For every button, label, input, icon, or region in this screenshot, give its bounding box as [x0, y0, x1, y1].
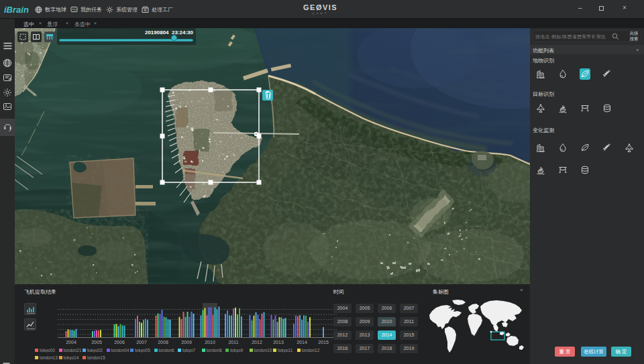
svg-text:2012: 2012 [252, 340, 262, 345]
svg-text:2013: 2013 [273, 340, 284, 345]
svg-text:2008: 2008 [158, 340, 168, 345]
svg-text:2011: 2011 [228, 340, 238, 345]
svg-text:2010: 2010 [205, 340, 215, 345]
svg-text:2007: 2007 [136, 340, 147, 345]
svg-text:2005: 2005 [91, 340, 102, 345]
svg-text:2004: 2004 [66, 340, 76, 345]
svg-text:2014: 2014 [297, 340, 307, 345]
svg-text:2006: 2006 [114, 340, 125, 345]
svg-text:2009: 2009 [181, 340, 192, 345]
svg-text:2015: 2015 [318, 340, 329, 345]
